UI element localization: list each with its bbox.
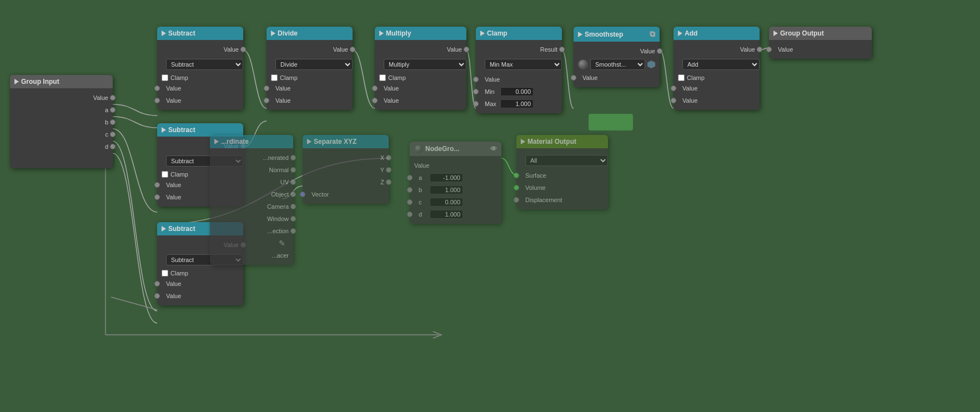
group-output-header[interactable]: Group Output <box>769 27 872 40</box>
coord-uv-socket[interactable] <box>290 179 296 185</box>
add-input1-socket[interactable] <box>671 86 676 91</box>
subtract-1-header[interactable]: Subtract <box>157 27 243 40</box>
s3-input-value2: Value <box>157 290 243 302</box>
clamp-header[interactable]: Clamp <box>476 27 562 40</box>
output-b-label: b <box>105 119 108 125</box>
sep-y-socket[interactable] <box>386 167 391 173</box>
coord-obj-socket[interactable] <box>290 192 296 197</box>
output-d-label: d <box>105 143 108 150</box>
add-clamp-checkbox[interactable] <box>678 74 685 81</box>
ng-eye-icon: 👁 <box>490 145 497 153</box>
add-operation-select[interactable]: Add <box>682 59 760 70</box>
s2-input2-socket[interactable] <box>154 194 160 200</box>
sep-x-socket[interactable] <box>386 155 391 160</box>
group-input-header[interactable]: Group Input <box>10 75 113 88</box>
s3-clamp-checkbox[interactable] <box>162 270 168 277</box>
clamp-input-socket[interactable] <box>473 77 479 82</box>
coord-normal: Normal <box>210 164 293 176</box>
s3-input2-socket[interactable] <box>154 293 160 299</box>
ng-d-input[interactable] <box>430 210 463 219</box>
group-output-body: Value <box>769 40 872 59</box>
material-target-select[interactable]: All <box>525 155 608 166</box>
ng-b-socket[interactable] <box>407 187 413 193</box>
output-d-socket[interactable] <box>110 144 115 149</box>
output-value-socket[interactable] <box>110 95 115 101</box>
add-title: Add <box>685 29 697 37</box>
ng-a-input[interactable] <box>430 173 463 182</box>
coordinate-header[interactable]: ...rdinate <box>210 135 293 148</box>
ng-a-socket[interactable] <box>407 175 413 180</box>
div-input1-socket[interactable] <box>264 86 269 91</box>
material-header[interactable]: Material Output <box>516 135 608 148</box>
add-output-socket[interactable] <box>757 47 762 52</box>
subtract-2-title: Subtract <box>168 126 195 134</box>
coord-refl-socket[interactable] <box>290 228 296 234</box>
ng-d-socket[interactable] <box>407 212 413 217</box>
mul-clamp-checkbox[interactable] <box>379 74 386 81</box>
output-c-socket[interactable] <box>110 132 115 137</box>
s1-input1-socket[interactable] <box>154 86 160 91</box>
div-output-socket[interactable] <box>350 47 355 52</box>
separate-header[interactable]: Separate XYZ <box>303 135 389 148</box>
s1-operation-select[interactable]: Subtract <box>166 59 243 70</box>
div-input2-label: Value <box>275 97 290 104</box>
output-b-socket[interactable] <box>110 119 115 125</box>
add-header[interactable]: Add <box>674 27 760 40</box>
sphere-icon <box>578 59 588 69</box>
input-value-socket[interactable] <box>766 47 772 52</box>
clamp-mode-select[interactable]: Min Max <box>485 59 562 70</box>
div-clamp-checkbox[interactable] <box>271 74 278 81</box>
s2-input1-socket[interactable] <box>154 182 160 188</box>
clamp-output-socket[interactable] <box>559 47 565 52</box>
pencil-icon[interactable]: ✎ <box>279 239 285 248</box>
ss-input-socket[interactable] <box>571 75 576 81</box>
collapse-triangle-go <box>773 31 778 36</box>
ng-c-input[interactable] <box>430 198 463 207</box>
s1-input-value1: Value <box>157 82 243 94</box>
ss-output-socket[interactable] <box>657 48 662 54</box>
clamp-min-input[interactable] <box>500 87 534 96</box>
div-operation-select[interactable]: Divide <box>275 59 353 70</box>
coord-normal-socket[interactable] <box>290 167 296 173</box>
div-input2-socket[interactable] <box>264 98 269 103</box>
smoothstep-header[interactable]: Smoothstep ⧉ <box>574 27 660 42</box>
group-input-spacer <box>10 153 113 165</box>
add-input2-socket[interactable] <box>671 98 676 103</box>
mat-volume-socket[interactable] <box>514 185 519 190</box>
ss-mode-select[interactable]: Smoothst... <box>590 59 645 70</box>
divide-header[interactable]: Divide <box>267 27 353 40</box>
mul-output-socket[interactable] <box>464 47 469 52</box>
collapse-tri2 <box>162 127 166 133</box>
mat-disp-socket[interactable] <box>514 197 519 203</box>
ng-c-socket[interactable] <box>407 199 413 205</box>
clamp-node: Clamp Result Min Max Value Min Max <box>476 27 562 113</box>
duplicate-icon[interactable]: ⧉ <box>650 29 655 39</box>
clamp-max-socket[interactable] <box>473 101 479 107</box>
clamp-max-input[interactable] <box>500 99 534 108</box>
sep-vec-socket[interactable] <box>300 192 305 197</box>
s1-output-socket[interactable] <box>240 47 246 52</box>
ng-title: NodeGro... <box>425 145 459 153</box>
input-value-row: Value <box>769 43 872 56</box>
ng-header[interactable]: NodeGro... 👁 <box>410 142 501 156</box>
clamp-min-socket[interactable] <box>473 89 479 94</box>
mul-input1-socket[interactable] <box>372 86 378 91</box>
output-a-socket[interactable] <box>110 107 115 113</box>
coord-cam-socket[interactable] <box>290 204 296 209</box>
ng-d-row: d <box>410 208 501 220</box>
coord-gen-socket[interactable] <box>290 155 296 160</box>
multiply-header[interactable]: Multiply <box>375 27 466 40</box>
s3-input1-socket[interactable] <box>154 281 160 287</box>
mat-surface-socket[interactable] <box>514 173 519 178</box>
s2-clamp-checkbox[interactable] <box>162 171 168 178</box>
mul-operation-select[interactable]: Multiply <box>384 59 466 70</box>
s1-value-label: Value <box>224 46 239 53</box>
multiply-body: Value Multiply Clamp Value Value <box>375 40 466 110</box>
s1-clamp-checkbox[interactable] <box>162 74 168 81</box>
sep-z-socket[interactable] <box>386 179 391 185</box>
mul-input2-socket[interactable] <box>372 98 378 103</box>
ng-b-input[interactable] <box>430 185 463 194</box>
s1-input2-socket[interactable] <box>154 98 160 103</box>
coord-win-socket[interactable] <box>290 216 296 222</box>
shield-icon <box>647 61 655 68</box>
